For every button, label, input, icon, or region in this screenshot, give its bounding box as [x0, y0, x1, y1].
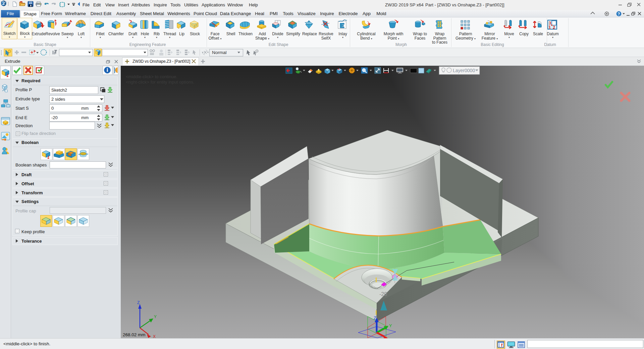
svg-text:X: X [153, 334, 156, 338]
svg-text:-20: -20 [379, 291, 387, 297]
svg-text:1: 1 [548, 24, 551, 30]
svg-text:Y: Y [389, 323, 392, 328]
svg-text:?: ? [618, 12, 620, 16]
svg-text:<right-click> for entity input: <right-click> for entity input options. [126, 80, 195, 85]
svg-text:<middle-click> to continue.: <middle-click> to continue. [126, 74, 177, 79]
svg-text:2: 2 [553, 25, 555, 30]
svg-text:Layer0000: Layer0000 [453, 68, 475, 73]
svg-text:Z: Z [374, 315, 376, 320]
svg-text:268.02 mm: 268.02 mm [123, 332, 146, 337]
svg-text:Normal: Normal [212, 50, 227, 55]
svg-text:Y: Y [154, 314, 157, 319]
svg-text:Z: Z [137, 300, 140, 305]
